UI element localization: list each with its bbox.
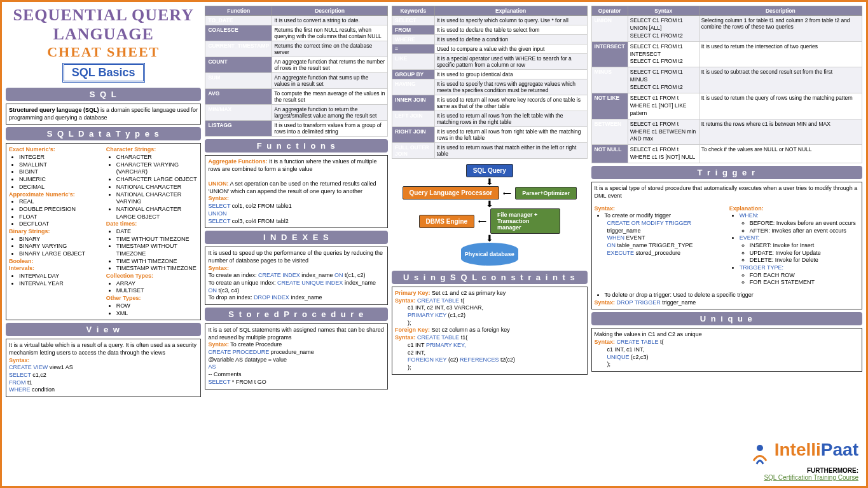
badge: SQL Basics xyxy=(62,63,145,83)
architecture-diagram: SQL Query ⬇ Query Language Processor⟵Par… xyxy=(392,161,587,268)
types-box: Exact Numeric's:INTEGERSMALLINTBIGINTNUM… xyxy=(6,143,201,320)
keywords-table: KeywordsExplanation SELECTIt is used to … xyxy=(392,6,587,159)
view-box: It is a virtual table which is a result … xyxy=(6,339,201,397)
main-title: SEQUENTIAL QUERY LANGUAGE CHEAT SHEET SQ… xyxy=(6,6,201,85)
person-icon xyxy=(747,442,773,467)
svg-point-0 xyxy=(757,445,763,451)
trigger-header: T r i g g e r xyxy=(591,166,862,179)
sql-box: Structured query language (SQL) is a dom… xyxy=(6,104,201,125)
func-header: F u n c t i o n s xyxy=(205,139,388,152)
idx-header: I N D E X E S xyxy=(205,231,388,244)
func-box: Aggregate Functions: It is a function wh… xyxy=(205,155,388,228)
constraints-box: Primary Key: Set c1 and c2 as primary ke… xyxy=(392,287,587,375)
operators-table: OperatorSyntaxDescription UNIONSELECT C1… xyxy=(591,6,862,163)
trigger-box: It is a special type of stored procedure… xyxy=(591,182,862,309)
brand-logo: IntelliPaat FURTHERMORE: SQL Certificati… xyxy=(747,440,858,481)
view-header: V i e w xyxy=(6,323,201,336)
unique-box: Making the values in C1 and C2 as unique… xyxy=(591,328,862,371)
functions-table: FunctionDescription TO_DATEIt is used to… xyxy=(205,6,388,137)
sql-header: S Q L xyxy=(6,88,201,101)
sp-box: It is a set of SQL statements with assig… xyxy=(205,323,388,390)
constraints-header: U s i n g S Q L c o n s t r a i n t s xyxy=(392,271,587,284)
course-link[interactable]: SQL Certification Training Course xyxy=(764,474,858,481)
types-header: S Q L D a t a T y p e s xyxy=(6,127,201,140)
unique-header: U n i q u e xyxy=(591,312,862,325)
idx-box: It is used to speed up the performance o… xyxy=(205,247,388,305)
sp-header: S t o r e d P r o c e d u r e xyxy=(205,308,388,321)
